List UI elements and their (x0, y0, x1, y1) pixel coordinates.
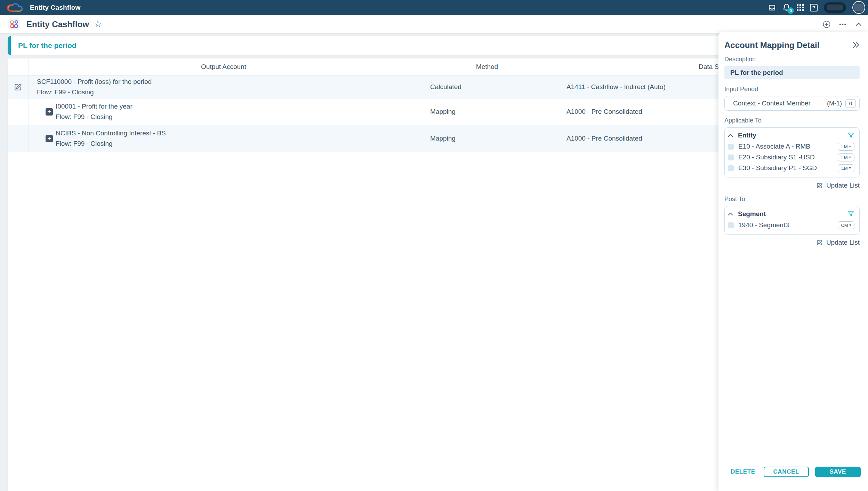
method-cell: Calculated (419, 76, 555, 98)
more-options-icon[interactable]: ••• (839, 21, 847, 27)
entity-tag-dropdown[interactable]: LM▾ (838, 143, 854, 151)
entity-group-box: Entity E10 - Associate A - RMB LM▾ E20 -… (724, 127, 860, 177)
entity-tag-dropdown[interactable]: LM▾ (838, 164, 854, 172)
collapse-entity-icon[interactable] (728, 134, 733, 137)
segment-update-list-link[interactable]: Update List (724, 239, 860, 246)
expand-plus-icon[interactable]: + (46, 108, 53, 116)
avatar[interactable] (852, 1, 865, 14)
collapse-segment-icon[interactable] (728, 212, 733, 216)
delete-button[interactable]: DELETE (731, 468, 755, 475)
navbar-app-title: Entity Cashflow (30, 4, 81, 11)
page-app-icon[interactable] (8, 18, 20, 30)
segment-checkbox[interactable] (728, 222, 734, 228)
panel-title: Account Mapping Detail (724, 40, 819, 50)
filter-funnel-icon[interactable] (847, 132, 854, 139)
caret-down-icon: ▾ (850, 223, 851, 227)
output-account-flow: Flow: F99 - Closing (56, 112, 132, 122)
caret-down-icon: ▾ (849, 156, 851, 159)
inbox-tray-icon[interactable] (768, 3, 776, 12)
output-account-name: NCIBS - Non Controlling Interest - BS (56, 128, 166, 138)
segment-tag-dropdown[interactable]: CM▾ (838, 221, 854, 229)
entity-checkbox[interactable] (728, 155, 734, 160)
collapse-panel-icon[interactable] (852, 42, 860, 48)
page-header-bar: Entity Cashflow ☆ ••• (0, 15, 868, 33)
method-cell: Mapping (419, 98, 555, 125)
navbar-right-icons: 0 ? (768, 1, 868, 14)
entity-label: E10 - Associate A - RMB (738, 143, 838, 150)
favorite-star-icon[interactable]: ☆ (94, 19, 102, 29)
panel-action-buttons: DELETE CANCEL SAVE (718, 467, 868, 477)
caret-down-icon: ▾ (849, 145, 851, 148)
description-input[interactable]: PL for the period (724, 66, 860, 79)
input-period-toggle-button[interactable]: o (845, 99, 856, 108)
notification-badge: 0 (787, 7, 794, 14)
edit-pencil-icon (816, 182, 823, 189)
app-logo-icon[interactable] (6, 1, 24, 14)
section-accent-bar (8, 36, 11, 55)
method-cell: Mapping (419, 125, 555, 152)
edit-pencil-icon (816, 239, 823, 246)
entity-item: E30 - Subsidiary P1 - SGD LM▾ (728, 164, 854, 173)
applicable-to-label: Applicable To (724, 117, 860, 124)
input-period-field[interactable]: Context - Context Member (M-1) o (724, 96, 860, 111)
col-header-method[interactable]: Method (419, 58, 555, 76)
entity-update-list-link[interactable]: Update List (724, 182, 860, 189)
output-account-flow: Flow: F99 - Closing (56, 138, 166, 149)
post-to-label: Post To (724, 196, 860, 203)
save-button[interactable]: SAVE (815, 467, 861, 477)
col-header-output-account[interactable]: Output Account (29, 58, 419, 76)
page-actions: ••• (823, 21, 868, 28)
add-icon[interactable] (823, 21, 830, 28)
help-icon[interactable]: ? (810, 4, 818, 11)
input-period-value: Context - Context Member (733, 100, 811, 107)
entity-group-title: Entity (738, 132, 756, 139)
caret-down-icon: ▾ (849, 166, 851, 170)
top-navbar: Entity Cashflow 0 ? (0, 0, 868, 15)
segment-item: 1940 - Segment3 CM▾ (728, 221, 854, 230)
entity-label: E20 - Subsidiary S1 -USD (738, 153, 838, 161)
section-title: PL for the period (18, 41, 77, 50)
filter-funnel-icon[interactable] (847, 211, 854, 217)
notifications-bell-icon[interactable]: 0 (782, 3, 790, 11)
segment-group-box: Segment 1940 - Segment3 CM▾ (724, 206, 860, 235)
segment-group-title: Segment (738, 210, 766, 218)
edit-row-icon[interactable] (14, 82, 23, 92)
avatar-image (854, 4, 863, 11)
entity-tag-dropdown[interactable]: LM▾ (838, 153, 854, 161)
input-period-offset: (M-1) (827, 100, 842, 107)
page-title: Entity Cashflow (26, 19, 89, 29)
entity-item: E20 - Subsidiary S1 -USD LM▾ (728, 153, 854, 162)
entity-item: E10 - Associate A - RMB LM▾ (728, 142, 854, 151)
entity-checkbox[interactable] (728, 165, 734, 171)
entity-label: E30 - Subsidiary P1 - SGD (738, 164, 838, 172)
output-account-name: SCF110000 - Profit (loss) for the period (37, 77, 152, 87)
collapse-chevron-up-icon[interactable] (855, 22, 862, 26)
col-header-actions (8, 58, 29, 76)
user-name-pill[interactable] (824, 2, 846, 13)
entity-checkbox[interactable] (728, 144, 734, 150)
expand-plus-icon[interactable]: + (46, 135, 53, 142)
output-account-name: I00001 - Profit for the year (56, 101, 132, 112)
input-period-label: Input Period (724, 86, 860, 93)
output-account-flow: Flow: F99 - Closing (37, 87, 152, 97)
segment-label: 1940 - Segment3 (738, 221, 838, 229)
account-mapping-detail-panel: Account Mapping Detail Description PL fo… (718, 32, 868, 491)
cancel-button[interactable]: CANCEL (764, 467, 809, 477)
apps-grid-icon[interactable] (797, 4, 804, 11)
description-label: Description (724, 56, 860, 63)
user-name-redacted (827, 5, 843, 10)
